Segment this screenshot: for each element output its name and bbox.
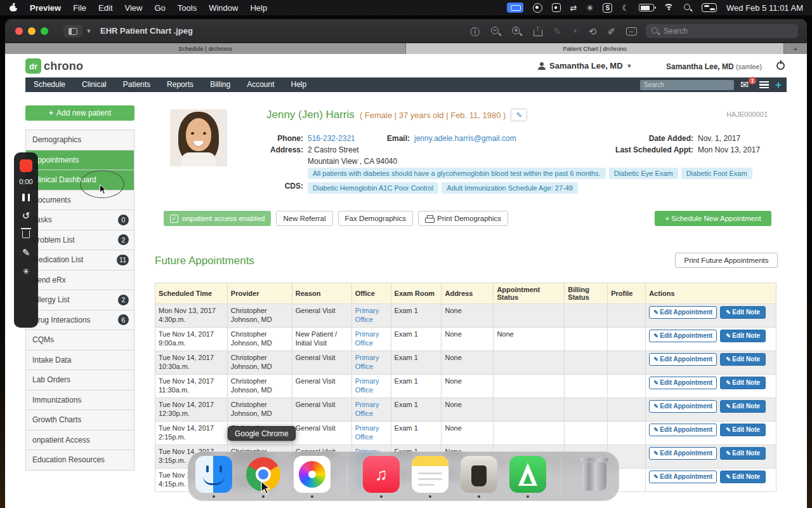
sidebar-item-cqms[interactable]: CQMs — [26, 330, 134, 351]
nav-plus-icon[interactable]: + — [775, 79, 782, 90]
sidebar-toggle-button[interactable] — [63, 25, 82, 37]
menubar-app-name[interactable]: Preview — [30, 3, 61, 13]
print-demographics-button[interactable]: Print Demographics — [418, 211, 508, 226]
sidebar-item-lab-orders[interactable]: Lab Orders — [26, 370, 134, 391]
edit-patient-button[interactable]: ✎ — [511, 109, 527, 121]
edit-note-button[interactable]: Edit Note — [720, 447, 766, 460]
schedule-new-appointment-button[interactable]: + Schedule New Appointment — [655, 211, 771, 226]
add-new-patient-button[interactable]: Add new patient — [25, 105, 134, 121]
patient-phone-link[interactable]: 516-232-2321 — [308, 134, 355, 143]
nav-account[interactable]: Account — [239, 77, 282, 92]
dock-trash-icon[interactable] — [576, 456, 613, 493]
edit-appointment-button[interactable]: Edit Appointment — [649, 353, 717, 366]
status-box-icon[interactable] — [552, 3, 561, 12]
new-tab-button[interactable]: + — [784, 43, 807, 54]
sidebar-item-tasks[interactable]: Tasks0 — [26, 210, 134, 231]
screen-mirroring-icon[interactable] — [507, 3, 523, 13]
pause-recording-button[interactable] — [22, 194, 30, 201]
edit-appointment-button[interactable]: Edit Appointment — [649, 330, 717, 342]
edit-note-button[interactable]: Edit Note — [720, 377, 766, 389]
share-icon[interactable] — [532, 26, 542, 37]
menubar-item-help[interactable]: Help — [250, 3, 267, 13]
menubar-item-edit[interactable]: Edit — [98, 3, 112, 13]
markup-pencil-icon[interactable]: ✎ — [553, 27, 561, 36]
office-link[interactable]: PrimaryOffice — [351, 375, 391, 398]
sidebar-item-appointments[interactable]: Appointments — [26, 150, 134, 171]
sidebar-chevron-icon[interactable]: ▼ — [84, 25, 94, 37]
browser-tab-schedule[interactable]: Schedule | drchrono — [5, 43, 406, 54]
wifi-icon[interactable] — [664, 4, 674, 11]
effects-icon[interactable]: ✳ — [23, 267, 30, 276]
nav-reports[interactable]: Reports — [159, 77, 202, 92]
edit-appointment-button[interactable]: Edit Appointment — [649, 400, 717, 413]
spotlight-icon[interactable] — [683, 3, 692, 12]
status-s-app-icon[interactable]: S — [603, 3, 612, 13]
rotate-icon[interactable]: ⟲ — [589, 27, 597, 36]
messages-icon[interactable]: 1 — [740, 80, 753, 90]
control-center-icon[interactable] — [702, 3, 717, 12]
sidebar-item-send-erx[interactable]: Send eRx — [26, 271, 134, 291]
edit-appointment-button[interactable]: Edit Appointment — [649, 377, 717, 389]
office-link[interactable]: PrimaryOffice — [351, 328, 391, 351]
sidebar-item-immunizations[interactable]: Immunizations — [26, 391, 134, 411]
edit-note-button[interactable]: Edit Note — [720, 471, 766, 483]
markup-chevron-icon[interactable]: ▼ — [572, 29, 578, 34]
dock-green-app-icon[interactable] — [509, 456, 546, 493]
minimize-button[interactable] — [28, 27, 36, 35]
edit-note-button[interactable]: Edit Note — [720, 330, 766, 342]
status-asterisk-icon[interactable]: ✳ — [587, 4, 594, 12]
sidebar-item-allergy-list[interactable]: Allergy List2 — [26, 290, 134, 311]
dock-pinwheel-app-icon[interactable] — [294, 456, 331, 493]
stop-recording-button[interactable] — [20, 159, 32, 172]
battery-icon[interactable] — [639, 4, 654, 11]
user-dropdown[interactable]: Samantha Lee, MD ▼ — [537, 61, 632, 70]
info-icon[interactable]: ⓘ — [470, 27, 480, 36]
nav-clinical[interactable]: Clinical — [74, 77, 115, 92]
maximize-button[interactable] — [41, 27, 48, 35]
window-search-field[interactable] — [646, 24, 798, 38]
edit-note-button[interactable]: Edit Note — [720, 400, 766, 413]
office-link[interactable]: PrimaryOffice — [351, 398, 391, 422]
edit-note-button[interactable]: Edit Note — [720, 353, 766, 366]
edit-appointment-button[interactable]: Edit Appointment — [649, 306, 717, 319]
nav-billing[interactable]: Billing — [202, 77, 239, 92]
dock-music-icon[interactable]: ♫ — [363, 456, 400, 493]
edit-note-button[interactable]: Edit Note — [720, 424, 766, 436]
edit-appointment-button[interactable]: Edit Appointment — [649, 447, 717, 460]
ehr-search-input[interactable] — [640, 80, 734, 90]
sidebar-item-drug-interactions[interactable]: Drug Interactions6 — [26, 311, 134, 331]
sidebar-item-onpatient-access[interactable]: onpatient Access — [26, 431, 134, 451]
office-link[interactable]: PrimaryOffice — [351, 304, 391, 328]
edit-appointment-button[interactable]: Edit Appointment — [649, 424, 717, 436]
menubar-clock[interactable]: Wed Feb 5 11:01 AM — [726, 3, 803, 13]
nav-patients[interactable]: Patients — [115, 77, 159, 92]
menubar-item-view[interactable]: View — [125, 3, 143, 13]
edit-appointment-button[interactable]: Edit Appointment — [649, 471, 717, 483]
nav-schedule[interactable]: Schedule — [25, 77, 74, 92]
new-referral-button[interactable]: New Referral — [276, 211, 332, 226]
fax-demographics-button[interactable]: Fax Demographics — [338, 211, 414, 226]
menubar-item-file[interactable]: File — [73, 3, 86, 13]
browser-tab-patient-chart[interactable]: Patient Chart | drchrono — [406, 43, 784, 54]
cds-chip[interactable]: Diabetic Foot Exam — [681, 168, 752, 179]
sidebar-item-problem-list[interactable]: Problem List2 — [26, 231, 134, 251]
dock-finder-icon[interactable] — [195, 456, 232, 493]
apple-menu-icon[interactable] — [9, 3, 18, 13]
discard-recording-icon[interactable] — [22, 231, 30, 238]
menu-hamburger-icon[interactable] — [759, 81, 769, 88]
sidebar-item-medication-list[interactable]: Medication List11 — [26, 250, 134, 271]
logout-power-icon[interactable] — [776, 62, 785, 70]
signature-icon[interactable]: ∼ — [626, 27, 637, 36]
menubar-item-tools[interactable]: Tools — [178, 3, 197, 13]
sidebar-item-growth-charts[interactable]: Growth Charts — [26, 410, 134, 431]
cds-chip[interactable]: Diabetic Eye Exam — [609, 168, 678, 179]
menubar-item-window[interactable]: Window — [209, 3, 238, 13]
menubar-item-go[interactable]: Go — [154, 3, 165, 13]
dock-photo-app-icon[interactable] — [461, 456, 497, 493]
cds-chip[interactable]: All patients with diabetes should have a… — [308, 168, 606, 179]
cds-chip[interactable]: Diabetic Hemoglobin A1C Poor Control — [308, 182, 438, 194]
sidebar-item-intake-data[interactable]: Intake Data — [26, 351, 134, 371]
dock-notes-icon[interactable] — [412, 456, 449, 493]
close-button[interactable] — [15, 27, 23, 35]
search-input[interactable] — [664, 27, 793, 36]
